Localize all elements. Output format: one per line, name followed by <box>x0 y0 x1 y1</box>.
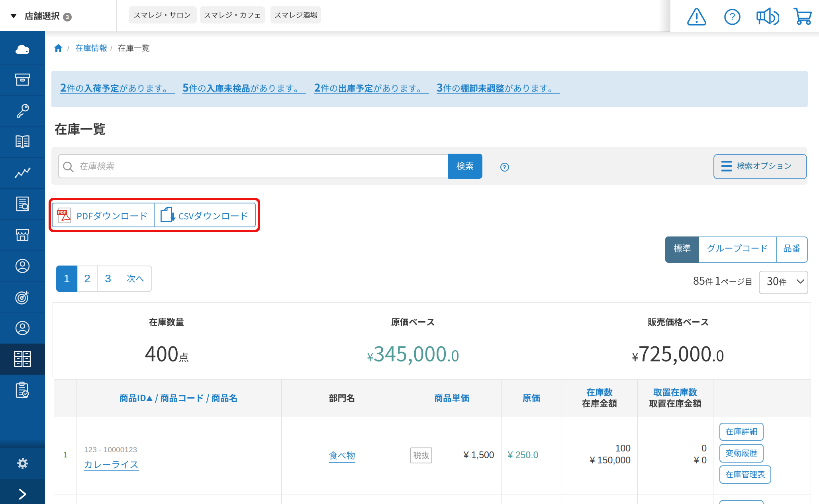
svg-text:/: / <box>110 45 112 52</box>
svg-text:/: / <box>67 45 69 52</box>
svg-text:?: ? <box>729 11 735 23</box>
svg-text:PDF: PDF <box>58 210 67 215</box>
